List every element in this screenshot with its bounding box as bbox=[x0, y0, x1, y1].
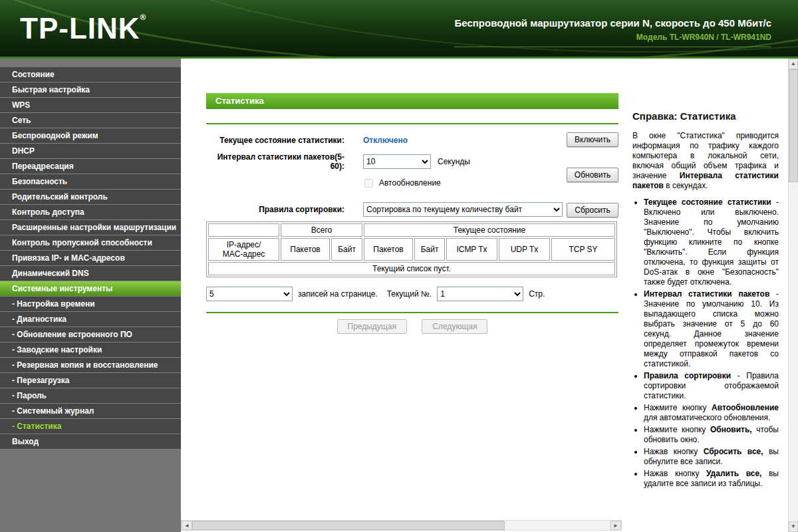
sidebar-item-wireless[interactable]: Беспроводной режим bbox=[0, 128, 181, 144]
header: TP-LINK® Беспроводной маршрутизатор сери… bbox=[0, 0, 798, 59]
help-bullet: Нажав кнопку Сбросить все, вы обнулите в… bbox=[644, 447, 779, 467]
sidebar-item-wps[interactable]: WPS bbox=[0, 98, 181, 113]
help-bullet: Нажмите кнопку Автообновление для автома… bbox=[644, 403, 779, 423]
sidebar-item-access-control[interactable]: Контроль доступа bbox=[0, 205, 181, 220]
interval-row: Интервал статистики пакетов(5-60): 10 Се… bbox=[206, 152, 618, 171]
table-group-header-row: Всего Текущее состояние bbox=[208, 223, 615, 237]
sidebar-item-firmware-upgrade[interactable]: - Обновление встроенного ПО bbox=[0, 327, 181, 342]
help-bullet: Интервал статистики пакетов - Значение п… bbox=[644, 289, 779, 369]
col-header-current-packets: Пакетов bbox=[364, 238, 413, 261]
sidebar-item-system-tools[interactable]: Системные инструменты bbox=[0, 281, 181, 297]
sidebar-item-logout[interactable]: Выход bbox=[0, 434, 181, 450]
horizontal-scrollbar-thumb[interactable] bbox=[192, 521, 505, 530]
sidebar-item-quick-setup[interactable]: Быстрая настройка bbox=[0, 82, 181, 98]
table-empty-message: Текущий список пуст. bbox=[208, 262, 615, 275]
scroll-up-icon[interactable]: ▲ bbox=[789, 59, 798, 69]
scroll-down-icon[interactable]: ▼ bbox=[789, 521, 798, 532]
sidebar-item-password[interactable]: - Пароль bbox=[0, 388, 181, 404]
col-header-ip-mac: IP-адрес/ MAC-адрес bbox=[208, 238, 279, 261]
autorefresh-checkbox[interactable] bbox=[364, 179, 373, 188]
header-model: Модель TL-WR940N / TL-WR941ND bbox=[454, 33, 771, 47]
sidebar-menu: Состояние Быстрая настройка WPS Сеть Бес… bbox=[0, 67, 181, 450]
sidebar-item-forwarding[interactable]: Переадресация bbox=[0, 159, 181, 174]
logo-text: TP-LINK bbox=[20, 12, 140, 45]
help-bullet: Правила сортировки - Правила сортировки … bbox=[644, 371, 779, 401]
col-header-icmp-tx: ICMP Tx bbox=[446, 238, 497, 261]
vertical-scrollbar[interactable]: ▲ ▼ bbox=[788, 59, 798, 532]
col-header-tcp-syn-tx: TCP SY bbox=[551, 238, 615, 261]
next-page-button[interactable]: Следующая bbox=[422, 319, 487, 334]
sidebar-item-dhcp[interactable]: DHCP bbox=[0, 144, 181, 159]
scroll-left-icon[interactable]: ◄ bbox=[182, 521, 192, 530]
status-row: Текущее состояние статистики: Отключено bbox=[206, 132, 618, 148]
sidebar-item-advanced-routing[interactable]: Расширенные настройки маршрутизации bbox=[0, 220, 181, 235]
sidebar-item-network[interactable]: Сеть bbox=[0, 113, 181, 128]
vertical-scrollbar-thumb[interactable] bbox=[789, 69, 798, 182]
interval-unit: Секунды bbox=[438, 157, 470, 166]
enable-button[interactable]: Включить bbox=[567, 132, 618, 147]
sort-select[interactable]: Сортировка по текущему количеству байт bbox=[363, 202, 563, 217]
tplink-logo: TP-LINK® bbox=[20, 12, 146, 45]
page-title: Статистика bbox=[206, 93, 618, 109]
statistics-table: Всего Текущее состояние IP-адрес/ MAC-ад… bbox=[206, 221, 617, 277]
table-group-total: Всего bbox=[281, 223, 362, 237]
main-content: Статистика Текущее состояние статистики:… bbox=[181, 59, 622, 532]
col-header-total-bytes: Байт bbox=[331, 238, 362, 261]
horizontal-scrollbar[interactable]: ◄ ► bbox=[181, 520, 622, 531]
table-corner-cell bbox=[208, 223, 279, 237]
col-header-udp-tx: UDP Tx bbox=[499, 238, 550, 261]
interval-label: Интервал статистики пакетов(5-60): bbox=[206, 152, 344, 171]
sidebar-item-reboot[interactable]: - Перезагрузка bbox=[0, 373, 181, 388]
sidebar-item-security[interactable]: Безопасность bbox=[0, 174, 181, 190]
sidebar-item-time-settings[interactable]: - Настройка времени bbox=[0, 297, 181, 312]
per-page-select[interactable]: 5 bbox=[206, 287, 293, 301]
sidebar-item-ip-mac-binding[interactable]: Привязка IP- и MAC-адресов bbox=[0, 251, 181, 266]
router-admin-page: TP-LINK® Беспроводной маршрутизатор сери… bbox=[0, 0, 798, 532]
current-page-select[interactable]: 1 bbox=[437, 287, 523, 301]
help-panel: Справка: Статистика В окне "Статистика" … bbox=[622, 59, 788, 532]
current-page-label: Текущий №. bbox=[387, 289, 432, 299]
sort-row: Правила сортировки: Сортировка по текуще… bbox=[206, 201, 618, 217]
table-group-current: Текущее состояние bbox=[364, 223, 615, 237]
page-nav-buttons: Предыдущая Следующая bbox=[206, 319, 618, 334]
help-title: Справка: Статистика bbox=[632, 110, 779, 122]
autorefresh-label: Автообновление bbox=[379, 178, 441, 188]
status-value: Отключено bbox=[363, 136, 408, 145]
sidebar-item-backup-restore[interactable]: - Резервная копия и восстановление bbox=[0, 358, 181, 373]
sidebar: Состояние Быстрая настройка WPS Сеть Бес… bbox=[0, 59, 181, 532]
help-bullet: Текущее состояние статистики - Включено … bbox=[644, 198, 779, 287]
per-page-label: записей на странице. bbox=[298, 289, 378, 299]
help-bullet: Нажмите кнопку Обновить, чтобы обновить … bbox=[644, 425, 779, 445]
sort-label: Правила сортировки: bbox=[206, 205, 344, 214]
sidebar-item-dynamic-dns[interactable]: Динамический DNS bbox=[0, 266, 181, 281]
help-intro: В окне "Статистика" приводится информаци… bbox=[632, 131, 779, 191]
previous-page-button[interactable]: Предыдущая bbox=[337, 319, 407, 334]
page-suffix-label: Стр. bbox=[529, 289, 545, 299]
scroll-right-icon[interactable]: ► bbox=[610, 521, 621, 530]
col-header-current-bytes: Байт bbox=[414, 238, 445, 261]
reset-button[interactable]: Сбросить bbox=[567, 203, 618, 217]
sidebar-item-system-log[interactable]: - Системный журнал bbox=[0, 404, 181, 419]
separator-line-bottom bbox=[206, 312, 618, 313]
sidebar-item-factory-defaults[interactable]: - Заводские настройки bbox=[0, 342, 181, 358]
refresh-button[interactable]: Обновить bbox=[567, 168, 618, 182]
table-empty-row: Текущий список пуст. bbox=[208, 262, 615, 275]
table-column-header-row: IP-адрес/ MAC-адрес Пакетов Байт Пакетов… bbox=[208, 238, 615, 261]
sidebar-item-bandwidth-control[interactable]: Контроль пропускной способности bbox=[0, 235, 181, 251]
help-intro-tail: в секундах. bbox=[664, 181, 708, 190]
status-label: Текущее состояние статистики: bbox=[206, 136, 344, 145]
pagination: 5 записей на странице. Текущий №. 1 Стр. bbox=[206, 287, 617, 301]
sidebar-item-diagnostic[interactable]: - Диагностика bbox=[0, 312, 181, 327]
header-right: Беспроводной маршрутизатор серии N, скор… bbox=[454, 17, 771, 47]
sidebar-item-parental-control[interactable]: Родительский контроль bbox=[0, 190, 181, 205]
separator-line-top bbox=[206, 123, 618, 124]
autorefresh-row: Автообновление bbox=[206, 175, 618, 191]
registered-mark: ® bbox=[140, 13, 147, 22]
sidebar-item-statistics[interactable]: - Статистика bbox=[0, 419, 181, 434]
col-header-total-packets: Пакетов bbox=[281, 238, 330, 261]
interval-select[interactable]: 10 bbox=[363, 154, 431, 169]
sidebar-item-status[interactable]: Состояние bbox=[0, 67, 181, 82]
help-bullet: Нажав кнопку Удалить все, вы удалите все… bbox=[644, 469, 779, 489]
statistics-form: Текущее состояние статистики: Отключено … bbox=[206, 132, 618, 217]
header-title: Беспроводной маршрутизатор серии N, скор… bbox=[454, 17, 771, 29]
